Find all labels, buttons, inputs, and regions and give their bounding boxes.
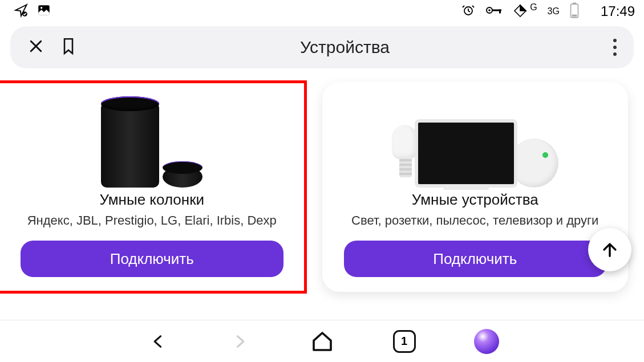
connect-button[interactable]: Подключить — [344, 241, 607, 277]
browser-toolbar: Устройства — [10, 26, 634, 68]
assistant-orb-icon — [474, 329, 499, 354]
page-title: Устройства — [76, 38, 613, 57]
battery-icon — [570, 2, 579, 21]
card-title: Умные колонки — [99, 191, 204, 209]
clock-time: 17:49 — [601, 3, 635, 19]
svg-rect-7 — [499, 9, 501, 13]
location-icon — [14, 3, 29, 20]
status-bar: G 3G 17:49 — [0, 0, 644, 23]
home-button[interactable] — [310, 329, 335, 354]
smart-devices-illustration — [344, 93, 607, 188]
more-menu-icon[interactable] — [613, 39, 617, 56]
svg-rect-10 — [572, 14, 577, 17]
device-cards-row: Умные колонки Яндекс, JBL, Prestigio, LG… — [0, 68, 644, 292]
vpn-key-icon — [485, 3, 503, 20]
wifi-icon — [513, 3, 528, 20]
assistant-button[interactable] — [474, 329, 499, 354]
browser-bottom-nav: 1 — [0, 320, 644, 362]
network-g-label: G — [530, 2, 537, 13]
image-icon — [37, 3, 51, 20]
tab-count: 1 — [393, 330, 416, 353]
close-icon[interactable] — [27, 38, 44, 57]
forward-button[interactable] — [228, 329, 253, 354]
card-subtitle: Яндекс, JBL, Prestigio, LG, Elari, Irbis… — [27, 213, 277, 228]
svg-point-2 — [40, 7, 42, 9]
smart-devices-card[interactable]: Умные устройства Свет, розетки, пылесос,… — [322, 82, 629, 292]
svg-point-5 — [488, 9, 491, 11]
back-button[interactable] — [145, 329, 171, 354]
svg-rect-9 — [573, 2, 576, 4]
card-subtitle: Свет, розетки, пылесос, телевизор и друг… — [351, 213, 598, 228]
connect-button[interactable]: Подключить — [21, 241, 283, 277]
bookmark-icon[interactable] — [60, 36, 76, 58]
network-3g-label: 3G — [548, 6, 560, 17]
card-title: Умные устройства — [412, 191, 538, 209]
scroll-to-top-button[interactable] — [588, 228, 631, 271]
smart-speakers-illustration — [21, 93, 283, 188]
smart-speakers-card[interactable]: Умные колонки Яндекс, JBL, Prestigio, LG… — [0, 82, 305, 292]
alarm-icon — [461, 3, 475, 20]
tabs-button[interactable]: 1 — [392, 329, 417, 354]
